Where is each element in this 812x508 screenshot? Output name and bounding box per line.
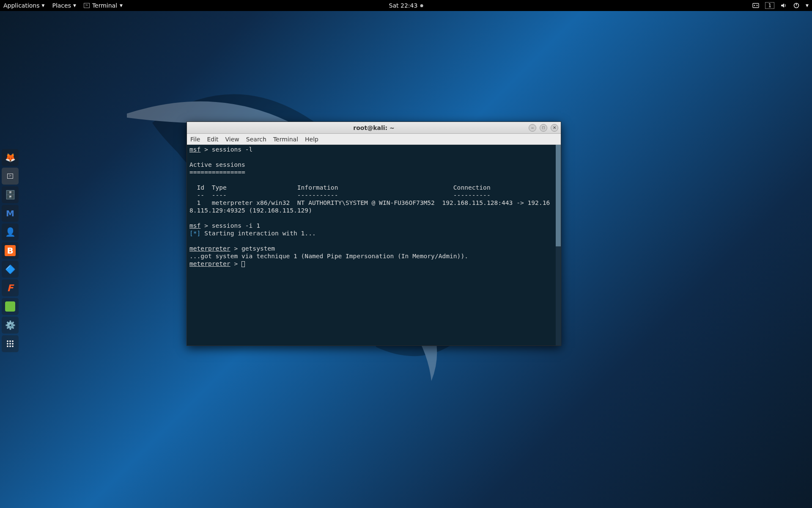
dock-notes[interactable] — [2, 298, 19, 315]
chevron-down-icon: ▼ — [73, 3, 76, 8]
applications-label: Applications — [3, 2, 40, 9]
svg-point-2 — [757, 5, 758, 6]
fuzzer-icon: F — [7, 283, 13, 293]
minimize-icon: – — [531, 125, 534, 130]
chevron-down-icon: ▼ — [42, 3, 45, 8]
minimize-button[interactable]: – — [529, 124, 536, 132]
svg-point-11 — [7, 345, 8, 347]
dock-show-apps[interactable] — [2, 335, 19, 352]
svg-point-1 — [754, 5, 755, 6]
dock-tweaks[interactable]: ⚙️ — [2, 317, 19, 334]
power-icon[interactable] — [793, 2, 800, 9]
clock[interactable]: Sat 22:43 — [389, 2, 423, 9]
terminal-app-menu[interactable]: Terminal ▼ — [84, 2, 123, 9]
terminal-window: root@kali: ~ – □ ✕ File Edit View Search… — [187, 121, 561, 346]
menu-file[interactable]: File — [190, 136, 200, 143]
maltego-icon: 🔷 — [5, 264, 16, 274]
dock-firefox[interactable]: 🦊 — [2, 149, 19, 166]
dock-armitage[interactable]: 👤 — [2, 224, 19, 240]
dock-fuzzer[interactable]: F — [2, 279, 19, 296]
metasploit-icon: M — [6, 208, 14, 218]
screencast-icon[interactable] — [752, 2, 759, 9]
applications-menu[interactable]: Applications ▼ — [3, 2, 44, 9]
svg-point-7 — [12, 340, 14, 342]
menu-view[interactable]: View — [225, 136, 239, 143]
chevron-down-icon[interactable]: ▼ — [806, 3, 809, 8]
clock-text: Sat 22:43 — [389, 2, 418, 9]
svg-point-8 — [7, 343, 8, 345]
close-button[interactable]: ✕ — [551, 124, 558, 132]
terminal-icon — [84, 3, 90, 8]
scrollbar-track[interactable] — [556, 145, 561, 345]
svg-point-5 — [7, 340, 8, 342]
close-icon: ✕ — [553, 125, 556, 130]
places-label: Places — [52, 2, 71, 9]
maximize-icon: □ — [542, 125, 545, 130]
terminal-icon — [7, 174, 13, 179]
dock-metasploit[interactable]: M — [2, 205, 19, 222]
dock-terminal[interactable] — [2, 168, 19, 185]
tweaks-icon: ⚙️ — [5, 320, 16, 330]
cursor-icon — [241, 261, 245, 267]
svg-rect-0 — [753, 3, 759, 8]
burp-icon: B — [5, 245, 16, 256]
window-title: root@kali: ~ — [353, 124, 394, 131]
workspace-indicator[interactable]: 1 — [765, 2, 774, 9]
svg-point-13 — [12, 345, 14, 347]
terminal-body[interactable]: msf > sessions -l Active sessions ======… — [187, 145, 561, 345]
maximize-button[interactable]: □ — [540, 124, 547, 132]
svg-point-12 — [9, 345, 11, 347]
places-menu[interactable]: Places ▼ — [52, 2, 76, 9]
menu-edit[interactable]: Edit — [207, 136, 218, 143]
dock-maltego[interactable]: 🔷 — [2, 261, 19, 278]
svg-point-6 — [9, 340, 11, 342]
firefox-icon: 🦊 — [5, 152, 16, 163]
volume-icon[interactable] — [780, 2, 787, 9]
dock-files[interactable]: 🗄️ — [2, 186, 19, 203]
chevron-down-icon: ▼ — [120, 3, 123, 8]
dock: 🦊 🗄️ M 👤 B 🔷 F ⚙️ — [0, 147, 20, 354]
notes-icon — [5, 301, 15, 312]
titlebar[interactable]: root@kali: ~ – □ ✕ — [187, 122, 561, 134]
menu-search[interactable]: Search — [246, 136, 266, 143]
armitage-icon: 👤 — [5, 227, 16, 237]
svg-point-10 — [12, 343, 14, 345]
terminal-output: msf > sessions -l Active sessions ======… — [187, 145, 561, 268]
svg-point-9 — [9, 343, 11, 345]
record-indicator-icon — [420, 4, 423, 7]
scrollbar-thumb[interactable] — [556, 145, 561, 246]
menu-help[interactable]: Help — [305, 136, 318, 143]
dock-burpsuite[interactable]: B — [2, 242, 19, 259]
files-icon: 🗄️ — [5, 190, 16, 200]
grid-icon — [6, 340, 14, 348]
menubar: File Edit View Search Terminal Help — [187, 134, 561, 145]
menu-terminal[interactable]: Terminal — [273, 136, 298, 143]
top-bar: Applications ▼ Places ▼ Terminal ▼ Sat 2… — [0, 0, 812, 11]
terminal-menu-label: Terminal — [92, 2, 117, 9]
